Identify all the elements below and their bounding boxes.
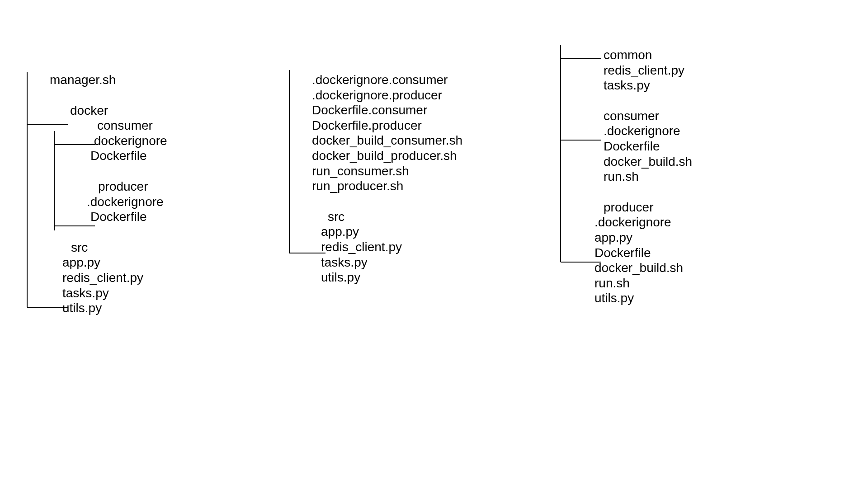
file-utils-py: utils.py xyxy=(27,300,167,316)
file-utils-py-3: utils.py xyxy=(561,291,692,306)
tree-3: common redis_client.py tasks.py consumer… xyxy=(561,47,692,306)
file-dockerignore-2: .dockerignore xyxy=(27,194,167,210)
file-manager-sh: manager.sh xyxy=(27,72,167,88)
file-run-sh-3: run.sh xyxy=(561,169,692,184)
dir-src-2: src xyxy=(289,209,462,225)
file-run-producer-sh: run_producer.sh xyxy=(289,178,462,194)
file-dockerignore-4: .dockerignore xyxy=(561,215,692,230)
file-utils-py-2: utils.py xyxy=(289,270,462,285)
file-dockerfile-consumer: Dockerfile.consumer xyxy=(289,103,462,118)
file-dockerignore-1: .dockerignore xyxy=(27,133,167,149)
file-run-sh-4: run.sh xyxy=(561,276,692,291)
file-docker-build-producer-sh: docker_build_producer.sh xyxy=(289,148,462,164)
dir-src: src xyxy=(27,240,167,255)
file-tasks-py: tasks.py xyxy=(27,286,167,301)
file-docker-build-sh-4: docker_build.sh xyxy=(561,260,692,276)
file-docker-build-sh-3: docker_build.sh xyxy=(561,154,692,169)
file-dockerfile-2: Dockerfile xyxy=(27,209,167,225)
file-tasks-py-2: tasks.py xyxy=(289,255,462,270)
file-app-py-3: app.py xyxy=(561,230,692,245)
dir-producer: producer xyxy=(27,179,167,194)
dir-docker: docker xyxy=(27,103,167,118)
file-app-py: app.py xyxy=(27,255,167,270)
dir-consumer-3: consumer xyxy=(561,108,692,124)
dir-common: common xyxy=(561,47,692,63)
dir-consumer: consumer xyxy=(27,118,167,133)
file-dockerfile-producer: Dockerfile.producer xyxy=(289,118,462,133)
file-dockerignore-consumer: .dockerignore.consumer xyxy=(289,72,462,88)
file-app-py-2: app.py xyxy=(289,224,462,239)
file-dockerfile-4: Dockerfile xyxy=(561,245,692,261)
tree-2: .dockerignore.consumer .dockerignore.pro… xyxy=(289,72,462,285)
file-dockerfile-1: Dockerfile xyxy=(27,148,167,164)
file-dockerfile-3: Dockerfile xyxy=(561,139,692,154)
file-docker-build-consumer-sh: docker_build_consumer.sh xyxy=(289,133,462,148)
file-redis-client-py-3: redis_client.py xyxy=(561,63,692,78)
tree-1: manager.sh docker consumer .dockerignore… xyxy=(27,72,167,316)
dir-producer-3: producer xyxy=(561,200,692,215)
file-dockerignore-3: .dockerignore xyxy=(561,123,692,139)
file-dockerignore-producer: .dockerignore.producer xyxy=(289,88,462,103)
file-tasks-py-3: tasks.py xyxy=(561,78,692,93)
file-redis-client-py-2: redis_client.py xyxy=(289,239,462,255)
file-run-consumer-sh: run_consumer.sh xyxy=(289,164,462,179)
file-redis-client-py: redis_client.py xyxy=(27,270,167,286)
